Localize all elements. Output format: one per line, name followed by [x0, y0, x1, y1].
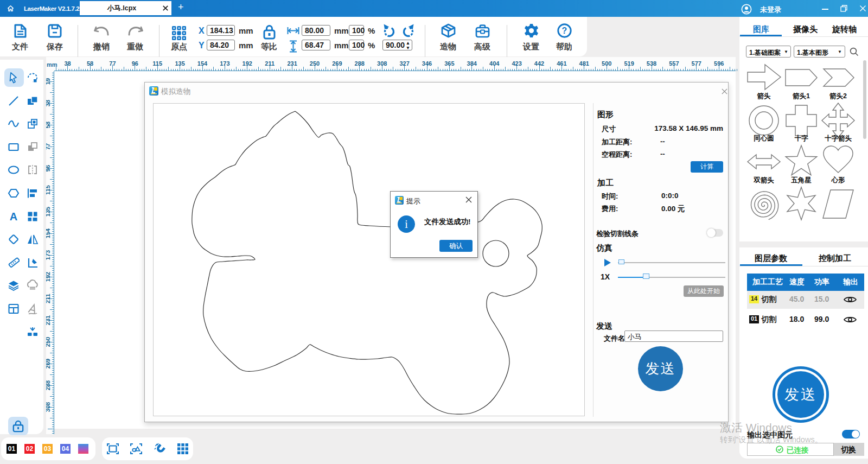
svg-text:269: 269: [332, 60, 342, 67]
svg-text:500: 500: [602, 60, 611, 67]
svg-text:231: 231: [46, 315, 51, 325]
svg-text:308: 308: [46, 402, 51, 412]
svg-text:173: 173: [220, 60, 229, 67]
svg-text:135: 135: [46, 207, 51, 217]
svg-text:577: 577: [692, 60, 701, 67]
svg-text:404: 404: [489, 60, 500, 67]
svg-text:211: 211: [46, 294, 51, 303]
svg-text:442: 442: [534, 60, 544, 67]
svg-text:154: 154: [197, 60, 208, 67]
svg-text:327: 327: [399, 60, 409, 67]
svg-text:365: 365: [444, 60, 454, 67]
svg-text:173: 173: [46, 250, 51, 260]
svg-text:461: 461: [557, 60, 566, 67]
svg-text:519: 519: [624, 60, 634, 67]
svg-text:135: 135: [175, 60, 184, 67]
svg-text:192: 192: [46, 272, 51, 282]
svg-text:308: 308: [377, 60, 387, 67]
svg-text:115: 115: [46, 185, 51, 195]
svg-text:384: 384: [467, 60, 477, 67]
svg-text:77: 77: [109, 60, 116, 67]
svg-text:288: 288: [355, 60, 365, 67]
svg-text:423: 423: [512, 60, 521, 67]
svg-text:538: 538: [647, 60, 656, 67]
svg-text:58: 58: [46, 122, 51, 128]
svg-text:38: 38: [46, 100, 51, 106]
svg-text:19: 19: [46, 78, 51, 85]
svg-text:250: 250: [46, 337, 51, 347]
svg-text:96: 96: [132, 60, 138, 67]
svg-text:269: 269: [46, 359, 51, 368]
svg-text:38: 38: [64, 60, 71, 67]
svg-text:96: 96: [46, 165, 51, 171]
svg-text:A: A: [10, 211, 17, 223]
svg-text:77: 77: [46, 143, 51, 150]
svg-text:250: 250: [310, 60, 320, 67]
svg-text:58: 58: [87, 60, 93, 67]
svg-text:115: 115: [152, 60, 162, 67]
svg-text:231: 231: [287, 60, 297, 67]
svg-text:481: 481: [579, 60, 589, 67]
svg-text:557: 557: [669, 60, 679, 67]
svg-text:596: 596: [714, 60, 724, 67]
svg-text:346: 346: [422, 60, 432, 67]
svg-text:288: 288: [46, 380, 51, 390]
svg-text:192: 192: [242, 60, 252, 67]
svg-text:211: 211: [265, 60, 275, 67]
svg-text:154: 154: [46, 228, 51, 238]
svg-text:?: ?: [562, 26, 567, 35]
